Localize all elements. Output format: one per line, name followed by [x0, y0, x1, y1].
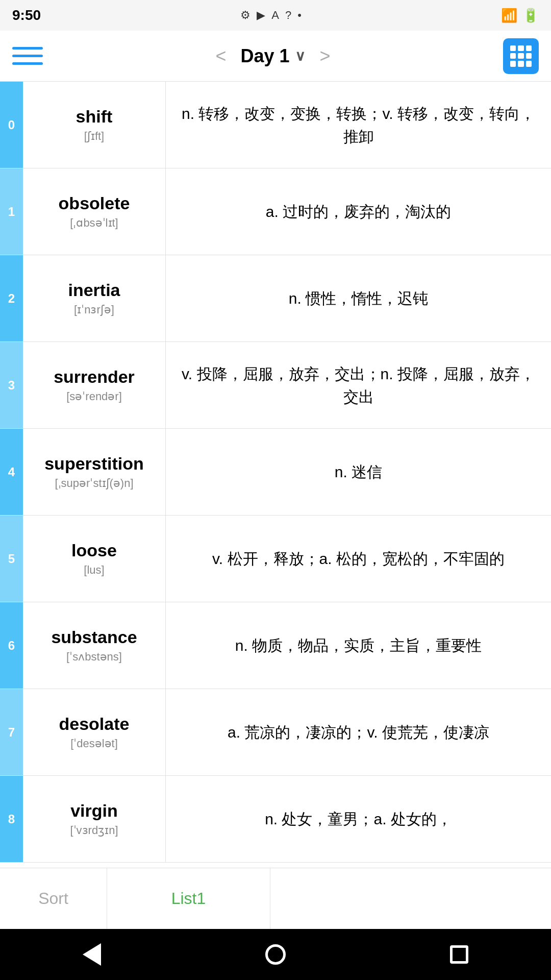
- table-row[interactable]: 1obsolete[ˌɑbsəˈlɪt]a. 过时的，废弃的，淘汰的: [0, 168, 551, 255]
- word-definition-cell: a. 过时的，废弃的，淘汰的: [166, 168, 551, 255]
- word-english-cell: shift[ʃɪft]: [23, 82, 166, 168]
- word-definition-cell: n. 处女，童男；a. 处女的，: [166, 776, 551, 862]
- word-definition-cell: n. 物质，物品，实质，主旨，重要性: [166, 602, 551, 689]
- word-phonetic: [ʃɪft]: [84, 130, 104, 143]
- word-term: obsolete: [59, 193, 130, 213]
- play-icon: ▶: [257, 9, 265, 22]
- word-term: virgin: [70, 801, 118, 821]
- word-index-badge: 2: [0, 255, 23, 341]
- word-definition-cell: v. 投降，屈服，放弃，交出；n. 投降，屈服，放弃，交出: [166, 342, 551, 428]
- status-bar: 9:50 ⚙ ▶ A ? • 📶 🔋: [0, 0, 551, 31]
- word-definition-cell: n. 惯性，惰性，迟钝: [166, 255, 551, 341]
- table-row[interactable]: 3surrender[səˈrendər]v. 投降，屈服，放弃，交出；n. 投…: [0, 342, 551, 429]
- grid-view-button[interactable]: [503, 38, 539, 74]
- word-phonetic: [ˌsupərˈstɪʃ(ə)n]: [55, 477, 133, 490]
- signal-icon: 📶: [501, 8, 517, 23]
- word-phonetic: [ˈsʌbstəns]: [66, 650, 122, 664]
- home-icon: [265, 944, 286, 965]
- chevron-down-icon[interactable]: ∨: [295, 47, 306, 64]
- battery-icon: 🔋: [522, 8, 539, 23]
- word-term: surrender: [54, 367, 135, 387]
- signal-battery-area: 📶 🔋: [501, 8, 539, 23]
- back-icon: [83, 943, 101, 966]
- word-index-badge: 4: [0, 429, 23, 515]
- sort-tab[interactable]: Sort: [0, 868, 107, 929]
- table-row[interactable]: 4superstition[ˌsupərˈstɪʃ(ə)n]n. 迷信: [0, 429, 551, 516]
- bottom-tab-bar: Sort List1: [0, 868, 551, 929]
- recent-icon: [450, 945, 468, 964]
- word-english-cell: surrender[səˈrendər]: [23, 342, 166, 428]
- word-term: shift: [76, 107, 113, 127]
- page-title: Day 1 ∨: [240, 45, 305, 67]
- table-row[interactable]: 5loose[lus]v. 松开，释放；a. 松的，宽松的，不牢固的: [0, 516, 551, 602]
- back-button[interactable]: [71, 934, 112, 975]
- word-phonetic: [lus]: [84, 564, 104, 577]
- nav-bar: < Day 1 ∨ >: [0, 31, 551, 82]
- word-english-cell: obsolete[ˌɑbsəˈlɪt]: [23, 168, 166, 255]
- word-english-cell: virgin[ˈvɜrdʒɪn]: [23, 776, 166, 862]
- word-english-cell: loose[lus]: [23, 516, 166, 602]
- android-nav-bar: [0, 929, 551, 980]
- word-term: substance: [51, 627, 137, 647]
- word-english-cell: superstition[ˌsupərˈstɪʃ(ə)n]: [23, 429, 166, 515]
- word-term: superstition: [44, 454, 144, 474]
- grid-icon: [510, 45, 532, 67]
- prev-button[interactable]: <: [207, 45, 234, 67]
- menu-button[interactable]: [12, 41, 43, 71]
- word-list: 0shift[ʃɪft]n. 转移，改变，变换，转换；v. 转移，改变，转向，推…: [0, 82, 551, 868]
- word-index-badge: 3: [0, 342, 23, 428]
- word-phonetic: [ˌɑbsəˈlɪt]: [70, 216, 118, 230]
- table-row[interactable]: 8virgin[ˈvɜrdʒɪn]n. 处女，童男；a. 处女的，: [0, 776, 551, 863]
- status-icons: ⚙ ▶ A ? •: [240, 9, 302, 22]
- word-definition-cell: n. 转移，改变，变换，转换；v. 转移，改变，转向，推卸: [166, 82, 551, 168]
- word-phonetic: [ɪˈnɜrʃə]: [74, 303, 114, 316]
- nav-title-area: < Day 1 ∨ >: [207, 45, 338, 67]
- word-phonetic: [ˈvɜrdʒɪn]: [70, 824, 118, 837]
- status-time: 9:50: [12, 7, 41, 23]
- word-index-badge: 0: [0, 82, 23, 168]
- word-definition-cell: a. 荒凉的，凄凉的；v. 使荒芜，使凄凉: [166, 689, 551, 775]
- word-index-badge: 5: [0, 516, 23, 602]
- dot-icon: •: [297, 9, 302, 22]
- word-term: loose: [71, 541, 117, 560]
- word-index-badge: 7: [0, 689, 23, 775]
- word-term: desolate: [59, 714, 130, 734]
- word-term: inertia: [68, 280, 120, 300]
- table-row[interactable]: 0shift[ʃɪft]n. 转移，改变，变换，转换；v. 转移，改变，转向，推…: [0, 82, 551, 168]
- word-definition-cell: v. 松开，释放；a. 松的，宽松的，不牢固的: [166, 516, 551, 602]
- word-definition-cell: n. 迷信: [166, 429, 551, 515]
- gear-icon: ⚙: [240, 9, 251, 22]
- word-phonetic: [səˈrendər]: [66, 390, 122, 403]
- home-button[interactable]: [255, 934, 296, 975]
- word-english-cell: substance[ˈsʌbstəns]: [23, 602, 166, 689]
- recent-button[interactable]: [439, 934, 480, 975]
- word-index-badge: 1: [0, 168, 23, 255]
- table-row[interactable]: 6substance[ˈsʌbstəns]n. 物质，物品，实质，主旨，重要性: [0, 602, 551, 689]
- list1-tab[interactable]: List1: [107, 868, 270, 929]
- word-index-badge: 8: [0, 776, 23, 862]
- font-icon: A: [271, 9, 279, 22]
- table-row[interactable]: 2inertia[ɪˈnɜrʃə]n. 惯性，惰性，迟钝: [0, 255, 551, 342]
- word-index-badge: 6: [0, 602, 23, 689]
- table-row[interactable]: 7desolate[ˈdesələt]a. 荒凉的，凄凉的；v. 使荒芜，使凄凉: [0, 689, 551, 776]
- wifi-icon: ?: [285, 9, 291, 22]
- word-english-cell: inertia[ɪˈnɜrʃə]: [23, 255, 166, 341]
- next-button[interactable]: >: [312, 45, 339, 67]
- word-english-cell: desolate[ˈdesələt]: [23, 689, 166, 775]
- word-phonetic: [ˈdesələt]: [70, 737, 118, 750]
